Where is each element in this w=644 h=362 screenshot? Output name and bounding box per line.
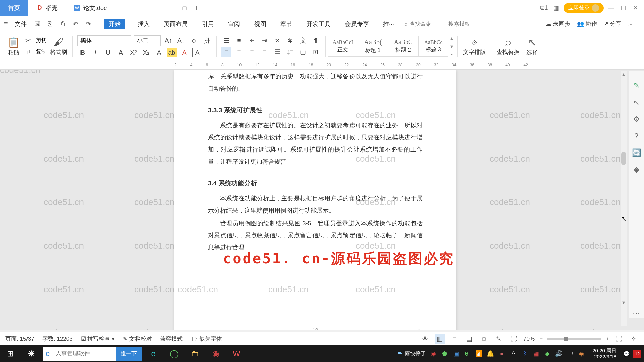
action-center-icon[interactable]: 💬	[623, 351, 630, 357]
format-painter-group[interactable]: 🖌 格式刷	[47, 32, 70, 60]
vertical-scrollbar[interactable]: ▴ ▾	[621, 71, 627, 326]
increase-indent-icon[interactable]: ⇥	[260, 36, 270, 45]
font-color-icon[interactable]: A	[179, 48, 190, 57]
italic-icon[interactable]: I	[90, 48, 100, 57]
ruler[interactable]: 24681012141618202224262830323436384042	[0, 60, 644, 70]
numbering-icon[interactable]: ≡	[234, 36, 244, 45]
volume-icon[interactable]: 🔊	[555, 350, 563, 357]
undo-icon[interactable]: ↶	[70, 19, 80, 29]
fit-icon[interactable]: ⛶	[508, 334, 519, 344]
file-explorer-icon[interactable]: 🗀	[184, 345, 205, 362]
sort-icon[interactable]: ⤧	[272, 36, 282, 45]
annotate-icon[interactable]: ✎	[494, 334, 504, 344]
borders-icon[interactable]: ⊞	[311, 47, 321, 57]
char-border-icon[interactable]: A	[192, 48, 202, 57]
redo-icon[interactable]: ↷	[83, 19, 93, 29]
bold-icon[interactable]: B	[77, 48, 88, 57]
login-button[interactable]: 立即登录	[564, 3, 604, 13]
ai-icon[interactable]: ◈	[632, 165, 641, 174]
help-icon[interactable]: ?	[632, 131, 641, 141]
zoom-out-icon[interactable]: −	[539, 336, 543, 342]
increase-font-icon[interactable]: A↑	[163, 36, 173, 45]
select-group[interactable]: ↖ 选择	[523, 32, 541, 60]
bluetooth-icon[interactable]: ᛒ	[521, 350, 529, 357]
tray-app4-icon[interactable]: ▦	[532, 350, 540, 357]
read-mode-icon[interactable]: ▥	[435, 334, 445, 344]
tab-char-icon[interactable]: ↹	[285, 36, 295, 45]
page-indicator[interactable]: 页面: 15/37	[5, 335, 34, 343]
text-layout-group[interactable]: ⟐ 文字排版	[460, 32, 489, 60]
align-left-icon[interactable]: ≡	[221, 47, 231, 57]
menu-start[interactable]: 开始	[104, 19, 125, 29]
distribute-icon[interactable]: ☰	[272, 47, 282, 57]
ime-indicator[interactable]: 中	[566, 350, 574, 358]
align-right-icon[interactable]: ≡	[247, 47, 257, 57]
menu-devtools[interactable]: 开发工具	[305, 19, 333, 29]
notification-badge[interactable]: 12	[633, 350, 641, 358]
weather-widget[interactable]: 🌧雨快停了	[397, 350, 426, 357]
styles-up-icon[interactable]: ▴	[450, 35, 453, 41]
eye-mode-icon[interactable]: 👁	[420, 334, 430, 344]
tray-dot-icon[interactable]: ●	[498, 350, 506, 357]
workspace-icon[interactable]: ⧉1	[539, 3, 549, 13]
cursor-tool-icon[interactable]: ↖	[632, 98, 641, 107]
tray-app3-icon[interactable]: ▣	[452, 350, 460, 357]
proofread-button[interactable]: ✎ 文档校对	[123, 335, 152, 343]
strikethrough-icon[interactable]: A̶	[116, 48, 126, 57]
scrollbar-thumb[interactable]	[621, 152, 626, 165]
word-count[interactable]: 字数: 12203	[42, 335, 73, 343]
hamburger-icon[interactable]: ≡	[4, 20, 12, 28]
spellcheck-toggle[interactable]: ☑ 拼写检查 ▾	[81, 335, 115, 343]
outline-mode-icon[interactable]: ▤	[464, 334, 474, 344]
menu-references[interactable]: 引用	[200, 19, 216, 29]
translate-icon[interactable]: 🔄	[632, 148, 641, 158]
cut-icon[interactable]: ✂	[23, 36, 33, 45]
style-heading2[interactable]: AaBbC标题 2	[388, 36, 418, 57]
decrease-font-icon[interactable]: A↓	[176, 36, 186, 45]
best-fit-icon[interactable]: ✧	[629, 334, 639, 344]
scroll-down-icon[interactable]: ▾	[621, 299, 627, 306]
tab-document[interactable]: W 论文.doc	[66, 0, 115, 16]
web-mode-icon[interactable]: ⊕	[479, 334, 489, 344]
tray-app5-icon[interactable]: ◆	[543, 350, 551, 357]
print-preview-icon[interactable]: ⎘	[45, 19, 55, 29]
minimize-button[interactable]: —	[606, 3, 616, 13]
edge-icon[interactable]: e	[143, 345, 164, 362]
styles-expand-icon[interactable]: ▪	[451, 52, 453, 58]
paste-group[interactable]: 📋 粘贴	[4, 32, 23, 60]
tray-shield-icon[interactable]: ⛨	[464, 350, 472, 357]
scroll-up-icon[interactable]: ▴	[621, 71, 627, 77]
page[interactable]: 库，关系型数据库有多年的历史，功能强大，迁移备份以及无人值守都可以进行自动备份的…	[174, 70, 456, 330]
menu-member[interactable]: 会员专享	[343, 19, 371, 29]
menu-review[interactable]: 审阅	[226, 19, 242, 29]
style-heading3[interactable]: AaBbCc标题 3	[418, 36, 448, 57]
show-marks-icon[interactable]: ¶	[311, 36, 321, 45]
style-normal[interactable]: AaBbCcI正文	[328, 36, 358, 57]
start-button[interactable]: ⊞	[0, 345, 21, 362]
menu-page-layout[interactable]: 页面布局	[162, 19, 190, 29]
copy-icon[interactable]: ⧉	[23, 47, 33, 57]
superscript-icon[interactable]: X²	[128, 48, 139, 57]
text-effects-icon[interactable]: A	[154, 48, 164, 57]
tray-up-icon[interactable]: ^	[509, 350, 517, 357]
taskbar-clock[interactable]: 20:20 周日 2022/9/18	[589, 348, 620, 360]
search-command-input[interactable]	[410, 21, 446, 27]
style-heading1[interactable]: AaBb(标题 1	[358, 36, 388, 57]
save-icon[interactable]: 🖫	[32, 19, 42, 29]
subscript-icon[interactable]: X₂	[141, 48, 151, 57]
file-menu[interactable]: 文件	[15, 20, 27, 28]
wps-icon[interactable]: W	[226, 345, 247, 362]
decrease-indent-icon[interactable]: ⇤	[247, 36, 257, 45]
tray-app2-icon[interactable]: ⬟	[441, 350, 449, 357]
pen-tool-icon[interactable]: ✎	[632, 81, 641, 90]
share-button[interactable]: ↗分享	[604, 20, 622, 28]
close-button[interactable]: ✕	[631, 3, 640, 13]
menu-chapter[interactable]: 章节	[278, 19, 294, 29]
app-icon[interactable]: ◉	[205, 345, 226, 362]
fullscreen-icon[interactable]: ⛶	[614, 334, 624, 344]
highlight-icon[interactable]: ab	[167, 48, 177, 57]
notifications-icon[interactable]: 🔔	[486, 350, 494, 357]
phonetic-icon[interactable]: 拼	[202, 36, 212, 45]
tab-home[interactable]: 首页	[0, 0, 28, 16]
collab-button[interactable]: 👥协作	[577, 20, 597, 28]
